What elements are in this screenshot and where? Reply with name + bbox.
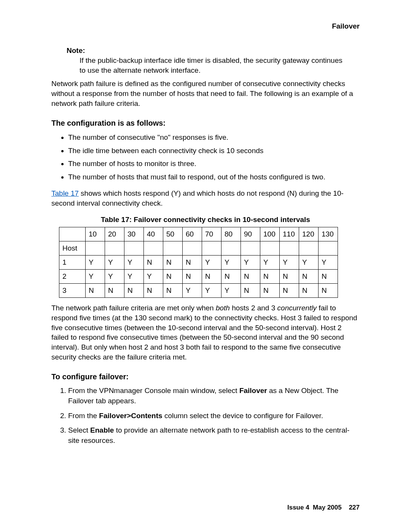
table-cell: Y bbox=[202, 256, 221, 270]
note-body: If the public-backup interface idle time… bbox=[80, 56, 344, 75]
text-run: hosts 2 and 3 bbox=[230, 304, 277, 312]
text-run-bold: Enable bbox=[90, 426, 114, 434]
table-cell: N bbox=[86, 284, 105, 298]
text-run: From the bbox=[68, 412, 99, 420]
table-cell: Y bbox=[105, 270, 124, 284]
list-item: The number of consecutive "no" responses… bbox=[68, 132, 360, 143]
table-cell: 40 bbox=[144, 227, 163, 241]
table-cell: Host bbox=[59, 241, 86, 256]
footer-page: 227 bbox=[349, 504, 360, 511]
footer-date: May 2005 bbox=[313, 504, 342, 511]
table-cell bbox=[163, 241, 183, 256]
text-run-bold: Failover bbox=[239, 387, 267, 395]
table-cell: N bbox=[144, 284, 163, 298]
text-run: column select the device to configure fo… bbox=[162, 412, 323, 420]
table-cell bbox=[86, 241, 105, 256]
table-cell: N bbox=[163, 270, 183, 284]
configure-steps: From the VPNmanager Console main window,… bbox=[51, 386, 360, 446]
list-item: The number of hosts that must fail to re… bbox=[68, 172, 360, 183]
table-cell: N bbox=[105, 284, 124, 298]
list-item: The number of hosts to monitor is three. bbox=[68, 158, 360, 169]
table-caption: Table 17: Failover connectivity checks i… bbox=[51, 216, 360, 224]
table-cell: 10 bbox=[86, 227, 105, 241]
text-run: From the VPNmanager Console main window,… bbox=[68, 387, 239, 395]
table-cell bbox=[105, 241, 124, 256]
table-cell: N bbox=[221, 270, 241, 284]
table-cell: 90 bbox=[241, 227, 260, 241]
table-cell: 30 bbox=[124, 227, 144, 241]
table-cell: N bbox=[299, 270, 319, 284]
intro-paragraph: Network path failure is defined as the c… bbox=[51, 79, 360, 108]
text-run: Select bbox=[68, 426, 90, 434]
table-cell: Y bbox=[144, 270, 163, 284]
table-cell bbox=[202, 241, 221, 256]
table-cell: N bbox=[280, 284, 299, 298]
after-table-paragraph: The network path failure criteria are me… bbox=[51, 303, 360, 362]
table-cell: Y bbox=[202, 284, 221, 298]
table-cell: N bbox=[144, 256, 163, 270]
configure-heading: To configure failover: bbox=[51, 372, 360, 381]
table-cell: N bbox=[260, 270, 280, 284]
table-cell: N bbox=[241, 284, 260, 298]
table-cell: Y bbox=[260, 256, 280, 270]
table-ref-paragraph: Table 17 shows which hosts respond (Y) a… bbox=[51, 189, 360, 208]
table-cell: 60 bbox=[183, 227, 202, 241]
note-label: Note: bbox=[67, 46, 360, 55]
table-cell: Y bbox=[299, 256, 319, 270]
page-footer: Issue 4 May 2005 227 bbox=[287, 504, 360, 511]
table-17-link[interactable]: Table 17 bbox=[51, 189, 79, 197]
table-cell bbox=[280, 241, 299, 256]
text-run: fail to respond five times (at the 130 s… bbox=[51, 304, 357, 361]
table-cell bbox=[183, 241, 202, 256]
table-cell bbox=[59, 227, 86, 241]
table-cell: 110 bbox=[280, 227, 299, 241]
table-cell: Y bbox=[221, 256, 241, 270]
footer-issue: Issue 4 bbox=[287, 504, 309, 511]
table-cell bbox=[124, 241, 144, 256]
table-cell: 120 bbox=[299, 227, 319, 241]
table-cell: N bbox=[280, 270, 299, 284]
table-cell bbox=[260, 241, 280, 256]
text-run: The network path failure criteria are me… bbox=[51, 304, 216, 312]
table-cell: 100 bbox=[260, 227, 280, 241]
table-cell bbox=[299, 241, 319, 256]
table-cell: Y bbox=[105, 256, 124, 270]
text-run-bold: Failover>Contents bbox=[99, 412, 162, 420]
table-cell: Y bbox=[124, 256, 144, 270]
table-cell: N bbox=[260, 284, 280, 298]
table-cell: Y bbox=[319, 256, 338, 270]
table-cell: N bbox=[319, 284, 338, 298]
text-run-italic: concurrently bbox=[277, 304, 317, 312]
table-cell: N bbox=[183, 256, 202, 270]
list-item: From the Failover>Contents column select… bbox=[68, 411, 360, 421]
table-cell: N bbox=[299, 284, 319, 298]
table-cell bbox=[221, 241, 241, 256]
table-cell: 70 bbox=[202, 227, 221, 241]
table-row: Host bbox=[59, 241, 338, 256]
table-row: 10 20 30 40 50 60 70 80 90 100 110 120 1… bbox=[59, 227, 338, 241]
table-cell: 80 bbox=[221, 227, 241, 241]
table-cell: Y bbox=[241, 256, 260, 270]
table-cell bbox=[144, 241, 163, 256]
failover-table: 10 20 30 40 50 60 70 80 90 100 110 120 1… bbox=[59, 227, 338, 298]
table-cell: 130 bbox=[319, 227, 338, 241]
text-run-italic: both bbox=[216, 304, 230, 312]
table-cell: Y bbox=[86, 256, 105, 270]
table-cell: N bbox=[163, 256, 183, 270]
table-cell: N bbox=[183, 270, 202, 284]
table-row: 1 Y Y Y N N N Y Y Y Y Y Y Y bbox=[59, 256, 338, 270]
table-cell bbox=[319, 241, 338, 256]
table-cell bbox=[241, 241, 260, 256]
table-cell: 3 bbox=[59, 284, 86, 298]
page-header-title: Failover bbox=[51, 22, 360, 30]
table-row: 3 N N N N N Y Y Y N N N N N bbox=[59, 284, 338, 298]
table-cell: Y bbox=[221, 284, 241, 298]
table-cell: 2 bbox=[59, 270, 86, 284]
table-row: 2 Y Y Y Y N N N N N N N N N bbox=[59, 270, 338, 284]
page: Failover Note: If the public-backup inte… bbox=[0, 0, 411, 532]
table-cell: N bbox=[241, 270, 260, 284]
table-cell: 1 bbox=[59, 256, 86, 270]
table-cell: Y bbox=[183, 284, 202, 298]
list-item: Select Enable to provide an alternate ne… bbox=[68, 425, 360, 446]
list-item: From the VPNmanager Console main window,… bbox=[68, 386, 360, 406]
